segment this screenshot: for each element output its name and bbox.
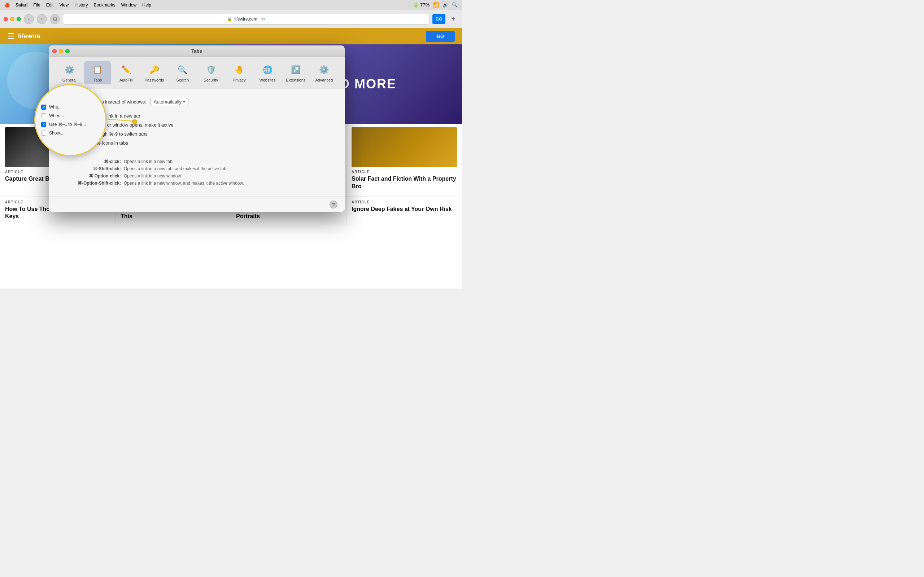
search-icon: 🔍 — [176, 63, 189, 76]
shortcut-key: ⌘-click: — [63, 159, 121, 164]
shortcut-key: ⌘-Option-Shift-click: — [63, 181, 121, 186]
checkbox-label-new-tab-active: When a new tab or window opens, make it … — [72, 122, 174, 128]
dialog-title: Tabs — [191, 48, 202, 54]
advanced-label: Advanced — [315, 78, 333, 82]
close-button[interactable] — [3, 17, 8, 21]
websites-icon: 🌐 — [261, 63, 274, 76]
tab-websites[interactable]: 🌐 Websites — [254, 61, 281, 84]
help-button[interactable]: ? — [330, 200, 338, 208]
menu-edit[interactable]: Edit — [46, 3, 54, 8]
shortcut-desc: Opens a link in a new window. — [124, 174, 182, 179]
checkbox-label-website-icons: Show website icons in tabs — [72, 140, 128, 146]
show-tabs-button[interactable]: ⊞ — [50, 14, 60, 24]
tab-extensions[interactable]: ↗️ Extensions — [282, 61, 309, 84]
shortcut-desc: Opens a link in a new tab, and makes it … — [124, 166, 228, 171]
article-card[interactable]: ARTICLE Solar Fact and Fiction With a Pr… — [347, 124, 462, 195]
preferences-dialog[interactable]: Tabs ⚙️ General 📋 Tabs ✏️ AutoFill 🔑 — [49, 45, 345, 212]
dialog-traffic-lights — [52, 49, 69, 53]
tab-tabs[interactable]: 📋 Tabs — [84, 61, 111, 84]
menu-safari[interactable]: Safari — [16, 3, 27, 8]
shortcut-desc: Opens a link in a new tab. — [124, 159, 174, 164]
tab-passwords[interactable]: 🔑 Passwords — [141, 61, 168, 84]
article-type: ARTICLE — [352, 200, 457, 204]
site-go-button[interactable]: GO — [426, 31, 455, 42]
article-card[interactable]: ARTICLE Ignore Deep Fakes at Your Own Ri… — [347, 197, 462, 226]
article-title: Ignore Deep Fakes at Your Own Risk — [352, 206, 457, 213]
passwords-icon: 🔑 — [148, 63, 161, 76]
article-title: Solar Fact and Fiction With a Property B… — [352, 175, 457, 190]
tab-general[interactable]: ⚙️ General — [56, 61, 82, 84]
dialog-help-row: ? — [49, 197, 345, 212]
dialog-content: Open pages in tabs instead of windows: A… — [49, 89, 345, 197]
passwords-label: Passwords — [145, 78, 164, 82]
website-background: ☰ lifewire GO HOW TO DO MORE ARTICLE Cap… — [0, 28, 462, 288]
shortcut-row-cmd-option-shift-click: ⌘-Option-Shift-click: Opens a link in a … — [63, 181, 330, 186]
go-button[interactable]: GO — [432, 14, 446, 24]
minimize-button[interactable] — [10, 17, 15, 21]
back-button[interactable]: ‹ — [24, 14, 34, 24]
checkbox-cmd-1-9[interactable] — [63, 132, 68, 137]
shortcut-key: ⌘-Option-click: — [63, 174, 121, 179]
article-image — [352, 127, 457, 167]
article-type: ARTICLE — [352, 170, 457, 174]
autofill-label: AutoFill — [120, 78, 133, 82]
volume-icon: 🔊 — [443, 2, 448, 8]
checkbox-website-icons[interactable] — [63, 141, 68, 146]
search-label: Search — [176, 78, 189, 82]
checkbox-row-cmd-1-9: Use ⌘-1 through ⌘-9 to switch tabs — [63, 131, 330, 137]
checkbox-row-cmd-click: ⌘-click opens a link in a new tab — [63, 113, 330, 119]
tab-search[interactable]: 🔍 Search — [169, 61, 196, 84]
checkbox-row-new-tab-active: When a new tab or window opens, make it … — [63, 122, 330, 128]
security-label: Security — [204, 78, 218, 82]
dialog-zoom-button[interactable] — [65, 49, 69, 53]
menu-window[interactable]: Window — [121, 3, 137, 8]
extensions-icon: ↗️ — [289, 63, 302, 76]
tab-advanced[interactable]: ⚙️ Advanced — [311, 61, 338, 84]
search-menubar-icon[interactable]: 🔍 — [452, 2, 458, 8]
menu-help[interactable]: Help — [142, 3, 151, 8]
shortcut-desc: Opens a link in a new window, and makes … — [124, 181, 244, 186]
security-icon: 🛡️ — [204, 63, 217, 76]
tab-autofill[interactable]: ✏️ AutoFill — [113, 61, 139, 84]
url-text[interactable]: lifewire.com — [234, 16, 257, 22]
traffic-lights — [3, 17, 21, 21]
menu-file[interactable]: File — [33, 3, 40, 8]
hamburger-menu[interactable]: ☰ — [7, 32, 15, 41]
open-pages-row: Open pages in tabs instead of windows: A… — [63, 98, 330, 106]
extensions-label: Extensions — [286, 78, 306, 82]
address-bar[interactable]: 🔒 lifewire.com ↻ — [63, 14, 430, 24]
autofill-icon: ✏️ — [120, 63, 132, 76]
menu-bookmarks[interactable]: Bookmarks — [94, 3, 115, 8]
site-logo: lifewire — [18, 32, 40, 40]
dropdown-value: Automatically — [154, 99, 181, 105]
dialog-titlebar: Tabs — [49, 45, 345, 57]
advanced-icon: ⚙️ — [318, 63, 331, 76]
dialog-close-button[interactable] — [52, 49, 57, 53]
refresh-icon[interactable]: ↻ — [262, 16, 265, 22]
menu-view[interactable]: View — [59, 3, 69, 8]
shortcut-row-cmd-click: ⌘-click: Opens a link in a new tab. — [63, 159, 330, 164]
site-banner: ☰ lifewire GO — [0, 28, 462, 44]
shortcuts-section: ⌘-click: Opens a link in a new tab. ⌘-Sh… — [63, 153, 330, 186]
menu-history[interactable]: History — [74, 3, 88, 8]
tabs-label: Tabs — [94, 78, 102, 82]
privacy-label: Privacy — [233, 78, 246, 82]
checkbox-cmd-click[interactable] — [63, 114, 68, 119]
wifi-icon: 📶 — [433, 2, 439, 8]
tab-privacy[interactable]: 🤚 Privacy — [226, 61, 252, 84]
checkbox-new-tab-active[interactable] — [63, 122, 68, 128]
fullscreen-button[interactable] — [16, 17, 21, 21]
websites-label: Websites — [260, 78, 276, 82]
shortcut-row-cmd-option-click: ⌘-Option-click: Opens a link in a new wi… — [63, 174, 330, 179]
forward-button[interactable]: › — [37, 14, 47, 24]
checkbox-label-cmd-click: ⌘-click opens a link in a new tab — [72, 113, 140, 119]
lock-icon: 🔒 — [227, 16, 232, 21]
shortcut-row-cmd-shift-click: ⌘-Shift-click: Opens a link in a new tab… — [63, 166, 330, 171]
dialog-minimize-button[interactable] — [59, 49, 63, 53]
menu-bar: 🍎 Safari File Edit View History Bookmark… — [0, 0, 462, 10]
open-pages-dropdown[interactable]: Automatically ▾ — [150, 98, 188, 106]
add-tab-button[interactable]: + — [448, 14, 459, 24]
apple-menu[interactable]: 🍎 — [4, 3, 10, 8]
shortcut-key: ⌘-Shift-click: — [63, 166, 121, 171]
tab-security[interactable]: 🛡️ Security — [197, 61, 224, 84]
